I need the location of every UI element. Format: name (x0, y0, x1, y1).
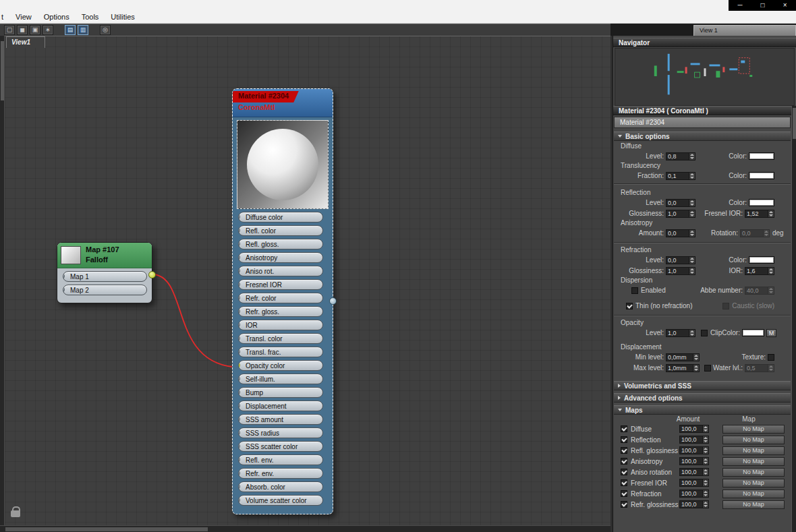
refraction-color-swatch[interactable] (749, 256, 774, 264)
material-slot[interactable]: Self-illum. (238, 374, 323, 384)
scrollbar-thumb[interactable] (5, 527, 208, 531)
move-mode-icon[interactable]: ∗ (42, 25, 53, 35)
input-socket[interactable] (238, 389, 240, 395)
map-amount-spinner[interactable]: 100,0 (679, 490, 709, 498)
input-socket[interactable] (238, 470, 240, 476)
marquee-select-icon[interactable]: ▢ (4, 25, 15, 35)
node-falloff-map[interactable]: Map #107 Falloff Map 1 Map 2 (57, 242, 152, 303)
input-socket[interactable] (238, 335, 240, 341)
input-socket[interactable] (238, 241, 240, 247)
input-socket[interactable] (238, 376, 240, 382)
menu-item-utilities[interactable]: Utilities (105, 11, 140, 23)
material-node-header[interactable]: Material #2304 CoronaMtl (233, 89, 333, 117)
map-enable-checkbox[interactable] (621, 501, 627, 508)
menu-item-options[interactable]: Options (38, 11, 76, 23)
material-slot[interactable]: Aniso rot. (238, 266, 323, 276)
input-socket[interactable] (238, 227, 240, 233)
diffuse-color-swatch[interactable] (749, 152, 774, 160)
input-socket[interactable] (238, 214, 240, 220)
material-slot[interactable]: Fresnel IOR (238, 279, 323, 290)
map-enable-checkbox[interactable] (621, 447, 627, 454)
material-slot[interactable]: Refr. color (238, 293, 323, 303)
map-slot-button[interactable]: No Map (722, 468, 785, 477)
map-slot-button[interactable]: No Map (722, 479, 785, 487)
input-socket[interactable] (238, 268, 240, 274)
map-enable-checkbox[interactable] (621, 469, 627, 475)
material-slot[interactable]: SSS scatter color (238, 441, 323, 452)
water-level-checkbox[interactable] (704, 365, 711, 372)
material-preview[interactable] (237, 120, 329, 209)
layout-horizontal-icon[interactable]: ▤ (65, 25, 76, 35)
tab-view1-panel[interactable]: View 1 (693, 25, 796, 36)
input-socket[interactable] (238, 295, 240, 301)
fresnel-ior-spinner[interactable]: 1,52 (745, 210, 774, 218)
scrollbar-thumb[interactable] (793, 108, 796, 139)
map-amount-spinner[interactable]: 100,0 (679, 500, 709, 508)
map-enable-checkbox[interactable] (621, 490, 627, 497)
caustic-checkbox[interactable] (722, 303, 729, 309)
node-graph-canvas[interactable]: View1 Map #107 Falloff Map 1 Map 2 (5, 36, 610, 525)
thin-refraction-checkbox[interactable] (626, 303, 633, 309)
material-slot[interactable]: Refl. env. (238, 454, 323, 465)
material-slot[interactable]: Diffuse color (238, 212, 323, 223)
reflection-glossiness-spinner[interactable]: 1,0 (666, 210, 695, 218)
canvas-vertical-scrollbar[interactable] (0, 36, 5, 525)
rollout-advanced-options[interactable]: Advanced options (614, 393, 791, 403)
layout-vertical-icon[interactable]: ▥ (78, 25, 88, 35)
material-slot[interactable]: Absorb. color (238, 481, 323, 492)
material-slot[interactable]: Refl. color (238, 225, 323, 236)
abbe-number-spinner[interactable]: 40,0 (745, 287, 774, 295)
input-socket[interactable] (238, 322, 240, 328)
map-enable-checkbox[interactable] (621, 479, 627, 486)
opacity-level-spinner[interactable]: 1,0 (666, 329, 695, 337)
ior-spinner[interactable]: 1,6 (745, 267, 774, 275)
falloff-output-socket[interactable] (148, 271, 156, 278)
map-slot-button[interactable]: No Map (722, 425, 785, 434)
rotation-spinner[interactable]: 0,0 (740, 229, 770, 237)
scrollbar-thumb[interactable] (1, 41, 4, 100)
canvas-horizontal-scrollbar[interactable] (0, 525, 610, 532)
solid-square-icon[interactable]: ◼ (17, 25, 28, 35)
map-amount-spinner[interactable]: 100,0 (679, 457, 709, 465)
menu-item-tools[interactable]: Tools (76, 11, 105, 23)
close-button[interactable]: × (783, 2, 787, 9)
reflection-level-spinner[interactable]: 0,0 (666, 199, 695, 207)
map-amount-spinner[interactable]: 100,0 (679, 436, 709, 444)
input-socket[interactable] (238, 254, 240, 260)
input-socket[interactable] (238, 403, 240, 409)
map-slot-button[interactable]: No Map (722, 457, 785, 466)
preview-toggle-icon[interactable]: ▣ (30, 25, 40, 35)
falloff-thumbnail[interactable] (61, 246, 81, 264)
falloff-slot[interactable]: Map 1 (63, 271, 147, 282)
input-socket[interactable] (63, 287, 65, 293)
material-slot[interactable]: Anisotropy (238, 252, 323, 263)
map-slot-button[interactable]: No Map (722, 436, 785, 444)
input-socket[interactable] (238, 349, 240, 355)
dispersion-enabled-checkbox[interactable] (631, 287, 638, 294)
diffuse-level-spinner[interactable]: 0,8 (666, 152, 695, 160)
map-slot-button[interactable]: No Map (722, 446, 785, 455)
falloff-node-header[interactable]: Map #107 Falloff (57, 243, 152, 268)
map-enable-checkbox[interactable] (621, 436, 627, 443)
anisotropy-amount-spinner[interactable]: 0,0 (666, 229, 695, 237)
map-amount-spinner[interactable]: 100,0 (679, 425, 709, 433)
water-level-spinner[interactable]: 0,5 (745, 364, 774, 372)
material-slot[interactable]: Bump (238, 387, 323, 398)
texture-checkbox[interactable] (768, 354, 774, 361)
input-socket[interactable] (238, 416, 240, 422)
clip-checkbox[interactable] (701, 330, 708, 336)
node-corona-material[interactable]: Material #2304 CoronaMtl Diffuse color R… (232, 88, 333, 514)
padlock-icon[interactable] (11, 510, 20, 517)
material-slot[interactable]: SSS amount (238, 414, 323, 425)
zoom-region-icon[interactable]: ◎ (100, 25, 111, 35)
maximize-button[interactable]: □ (761, 2, 765, 9)
max-level-spinner[interactable]: 1,0mm (666, 364, 700, 372)
navigator-minimap[interactable] (615, 48, 795, 106)
min-level-spinner[interactable]: 0,0mm (666, 353, 700, 361)
material-slot[interactable]: Transl. color (238, 333, 323, 344)
panel-scrollbar[interactable] (791, 106, 796, 532)
material-slot[interactable]: Displacement (238, 401, 323, 411)
map-slot-button[interactable]: No Map (722, 490, 785, 498)
minimize-button[interactable]: ─ (738, 2, 743, 9)
material-slot[interactable]: Refr. env. (238, 468, 323, 479)
